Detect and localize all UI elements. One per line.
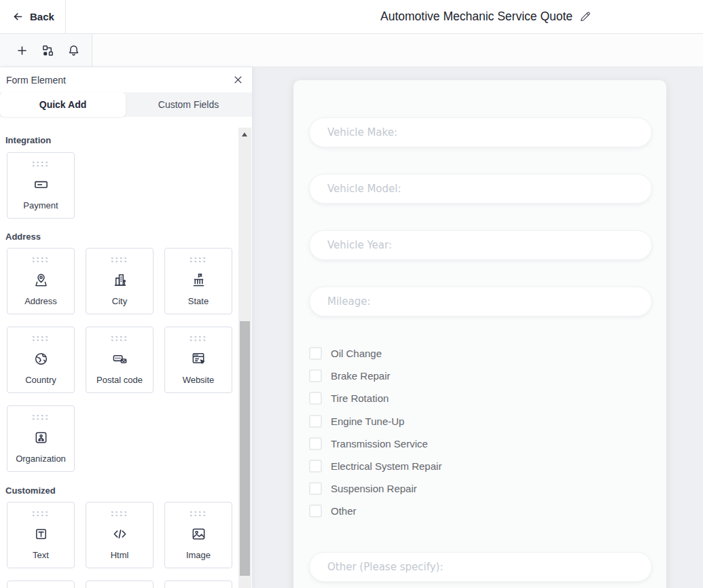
organization-icon (33, 428, 49, 446)
element-card-address[interactable]: Address (7, 248, 75, 314)
vehicle-model-input[interactable] (309, 174, 652, 204)
back-label: Back (30, 11, 54, 22)
card-label: State (188, 296, 209, 306)
checkbox-label: Suspension Repair (331, 483, 417, 494)
workflow-icon[interactable] (41, 44, 54, 57)
payment-icon (33, 175, 49, 193)
toolbar-left-group (0, 34, 92, 67)
add-element-plus-icon[interactable] (16, 44, 29, 57)
drag-handle-icon (33, 162, 50, 168)
checkbox-label: Engine Tune-Up (331, 416, 404, 427)
drag-handle-icon (190, 336, 207, 342)
section-label-integration: Integration (5, 135, 51, 145)
element-card-partial[interactable] (7, 581, 75, 588)
checkbox-oil-change[interactable] (309, 347, 322, 360)
address-pin-icon (33, 271, 49, 289)
form-preview-card: Oil Change Brake Repair Tire Rotation En… (293, 80, 666, 588)
html-icon (112, 525, 128, 543)
checkbox-other[interactable] (309, 504, 322, 517)
arrow-left-icon (12, 11, 24, 22)
element-card-state[interactable]: State (164, 248, 232, 314)
checkbox-engine-tune-up[interactable] (309, 415, 322, 428)
text-icon (33, 525, 49, 543)
element-card-payment[interactable]: Payment (7, 152, 75, 219)
element-card-text[interactable]: Text (7, 502, 75, 568)
drag-handle-icon (111, 257, 128, 263)
image-icon (191, 525, 206, 543)
page-title: Automotive Mechanic Service Quote (380, 10, 573, 24)
card-label: Payment (23, 200, 58, 210)
checkbox-row: Engine Tune-Up (309, 414, 404, 428)
country-globe-icon (33, 350, 49, 367)
card-label: Address (24, 296, 57, 306)
card-label: Country (25, 375, 56, 385)
city-icon (112, 271, 128, 289)
checkbox-label: Electrical System Repair (331, 460, 441, 472)
drag-handle-icon (33, 336, 50, 342)
element-card-website[interactable]: Website (164, 327, 232, 393)
section-label-address: Address (5, 232, 41, 242)
mileage-input[interactable] (309, 287, 652, 316)
checkbox-row: Other (309, 504, 357, 517)
element-card-html[interactable]: Html (86, 502, 154, 568)
card-label: City (112, 296, 127, 306)
card-label: Image (186, 550, 211, 560)
toolbar-spacer (92, 34, 703, 67)
top-title-bar: Back Automotive Mechanic Service Quote (0, 0, 703, 34)
state-icon (191, 271, 206, 289)
element-card-partial[interactable] (86, 581, 154, 588)
checkbox-electrical-system-repair[interactable] (309, 460, 322, 473)
edit-title-pencil-icon[interactable] (579, 10, 592, 23)
element-card-city[interactable]: City (86, 248, 154, 314)
drag-handle-icon (33, 257, 50, 263)
scrollbar-thumb[interactable] (240, 321, 250, 576)
element-card-partial[interactable] (164, 581, 232, 588)
element-card-image[interactable]: Image (164, 502, 232, 568)
checkbox-row: Suspension Repair (309, 481, 417, 495)
tab-custom-fields[interactable]: Custom Fields (126, 92, 251, 117)
close-icon[interactable] (233, 75, 243, 85)
element-list: Integration Payment Address Addre (0, 117, 252, 588)
checkbox-label: Brake Repair (331, 370, 391, 382)
form-element-panel: Form Element Quick Add Custom Fields Int… (0, 67, 252, 588)
other-specify-input[interactable] (309, 552, 652, 582)
checkbox-label: Tire Rotation (331, 392, 389, 404)
card-label: Postal code (96, 375, 143, 385)
card-label: Html (111, 550, 129, 560)
checkbox-row: Brake Repair (309, 369, 391, 382)
checkbox-transmission-service[interactable] (309, 437, 322, 450)
checkbox-suspension-repair[interactable] (309, 482, 322, 495)
back-button[interactable]: Back (0, 0, 66, 33)
drag-handle-icon (33, 415, 50, 421)
tab-quick-add[interactable]: Quick Add (0, 92, 126, 117)
section-label-customized: Customized (5, 485, 56, 496)
checkbox-label: Other (331, 505, 357, 517)
postal-code-icon (112, 350, 128, 367)
vehicle-make-input[interactable] (309, 117, 652, 147)
builder-toolbar (0, 34, 703, 67)
vehicle-year-input[interactable] (309, 230, 652, 260)
checkbox-row: Tire Rotation (309, 391, 389, 405)
card-label: Website (183, 375, 215, 385)
panel-scrollbar[interactable] (238, 128, 251, 588)
checkbox-row: Electrical System Repair (309, 459, 441, 473)
card-label: Organization (16, 454, 66, 464)
checkbox-row: Oil Change (309, 346, 382, 360)
drag-handle-icon (33, 511, 50, 517)
drag-handle-icon (190, 257, 207, 263)
element-card-organization[interactable]: Organization (7, 405, 75, 472)
drag-handle-icon (190, 511, 207, 517)
checkbox-label: Oil Change (331, 348, 382, 359)
checkbox-label: Transmission Service (331, 438, 428, 449)
notification-bell-icon[interactable] (67, 44, 80, 57)
checkbox-brake-repair[interactable] (309, 369, 322, 382)
element-card-country[interactable]: Country (7, 327, 75, 393)
scrollbar-up-arrow-icon[interactable] (242, 132, 247, 136)
checkbox-row: Transmission Service (309, 437, 428, 450)
checkbox-tire-rotation[interactable] (309, 392, 322, 405)
panel-title: Form Element (6, 75, 66, 86)
card-label: Text (33, 550, 49, 560)
element-card-postal-code[interactable]: Postal code (86, 327, 154, 393)
website-icon (191, 350, 206, 367)
form-preview-area: Oil Change Brake Repair Tire Rotation En… (252, 67, 703, 588)
